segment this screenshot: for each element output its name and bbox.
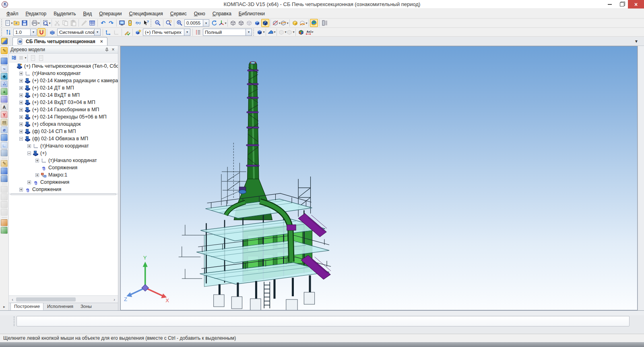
- display-wireframe-button[interactable]: [229, 19, 237, 27]
- rebuild-button[interactable]: ▾: [299, 19, 307, 27]
- tree-item[interactable]: Сопряжения: [9, 179, 118, 186]
- tree-expander-plus-icon[interactable]: [19, 108, 23, 112]
- button-dropdown-icon[interactable]: ▾: [274, 30, 276, 34]
- tree-item[interactable]: (т)Начало координат: [9, 142, 118, 150]
- layers-button[interactable]: [48, 28, 56, 36]
- conditional-designations-icon[interactable]: A: [1, 104, 8, 110]
- tree-horizontal-scrollbar[interactable]: ‹ ›: [9, 295, 118, 303]
- step-combo[interactable]: 1.0▾: [13, 29, 37, 36]
- toolbar-drag-handle[interactable]: [253, 29, 255, 36]
- compact-panel-icon[interactable]: [1, 38, 8, 44]
- menu-спецификация[interactable]: Спецификация: [126, 10, 166, 18]
- layer-combo[interactable]: Системный слой (▾: [57, 29, 101, 36]
- menu-редактор[interactable]: Редактор: [23, 10, 50, 18]
- zoom-by-area-button[interactable]: [165, 19, 173, 27]
- tree-expander-plus-icon[interactable]: [19, 72, 23, 75]
- tree-item-label[interactable]: (т)Начало координат: [48, 158, 97, 163]
- tree-item[interactable]: (+) 02-14 ВхДТ 03+04 в МП: [9, 99, 118, 106]
- edit-component-button[interactable]: [134, 28, 142, 36]
- print-preview-button[interactable]: ▾: [42, 19, 50, 27]
- combo-dropdown-icon[interactable]: ▾: [94, 29, 100, 35]
- detail-level-button[interactable]: [194, 28, 202, 36]
- undo-button[interactable]: ↶: [99, 19, 107, 27]
- cut-button[interactable]: [53, 19, 61, 27]
- menu-вид[interactable]: Вид: [80, 10, 95, 18]
- tree-item[interactable]: (ф) 02-14 СП в МП: [9, 128, 118, 135]
- button-dropdown-icon[interactable]: ▾: [49, 21, 51, 25]
- snap-settings-button[interactable]: [37, 28, 45, 36]
- rotate-view-button[interactable]: [210, 19, 218, 27]
- copy-properties-button[interactable]: [80, 19, 88, 27]
- scale-combo[interactable]: 0.0055▾: [184, 19, 209, 27]
- tree-item-label[interactable]: Макро:1: [48, 172, 67, 178]
- tree-item[interactable]: Макро:1: [9, 171, 118, 179]
- space-curves-icon[interactable]: ~: [1, 65, 8, 72]
- properties-button[interactable]: [88, 19, 96, 27]
- tree-item[interactable]: (т)Начало координат: [9, 70, 118, 77]
- new-document-button[interactable]: ▾: [4, 19, 12, 27]
- solid-modeling-icon[interactable]: [1, 58, 8, 64]
- tree-item[interactable]: (+) сборка площадок: [9, 121, 118, 128]
- button-dropdown-icon[interactable]: ▾: [293, 30, 295, 34]
- menu-окно[interactable]: Окно: [191, 10, 208, 18]
- local-cs-leftbar-icon[interactable]: ∟: [1, 142, 8, 149]
- button-dropdown-icon[interactable]: ▾: [38, 21, 40, 25]
- panel-tab-исполнения[interactable]: Исполнения: [43, 303, 77, 310]
- tree-item-label[interactable]: (+) 02-14 Переходы 05+06 в МП: [32, 114, 107, 120]
- hide-objects-2-button[interactable]: ▾: [286, 28, 294, 36]
- display-hidden-lines-button[interactable]: [237, 19, 245, 27]
- component-color-button[interactable]: [297, 28, 305, 36]
- button-dropdown-icon[interactable]: ▾: [287, 21, 289, 25]
- cs-settings-button[interactable]: [112, 28, 120, 36]
- menu-сервис[interactable]: Сервис: [167, 10, 190, 18]
- edit-component-leftbar-icon[interactable]: ✎: [1, 47, 8, 54]
- tree-relations-button[interactable]: [37, 54, 45, 62]
- menu-справка[interactable]: Справка: [209, 10, 235, 18]
- measurements-3d-icon[interactable]: ⌀: [1, 127, 8, 133]
- 3d-viewport[interactable]: Y X Z: [120, 46, 638, 310]
- scrollbar-track[interactable]: [15, 297, 111, 302]
- combo-dropdown-icon[interactable]: ▾: [184, 29, 190, 35]
- feature-gray-1-icon[interactable]: [1, 186, 8, 193]
- document-tab[interactable]: СБ Печь четырехсекционная ×: [12, 37, 107, 46]
- furnace-3d-model[interactable]: Y X Z: [121, 46, 637, 310]
- scrollbar-thumb[interactable]: [16, 297, 76, 301]
- local-cs-button[interactable]: [104, 28, 112, 36]
- tree-item[interactable]: (+) 02-14 ДТ в МП: [9, 84, 118, 91]
- tree-expander-plus-icon[interactable]: [19, 130, 23, 133]
- scroll-right-icon[interactable]: ›: [111, 297, 117, 302]
- section-display-button[interactable]: ▾: [280, 19, 288, 27]
- tree-expander-plus-icon[interactable]: [27, 144, 31, 148]
- arrays-icon[interactable]: ∴: [1, 81, 8, 87]
- button-dropdown-icon[interactable]: ▾: [306, 21, 308, 25]
- surfaces-icon[interactable]: ◆: [1, 73, 8, 80]
- display-mode-extra-button[interactable]: ▾: [256, 28, 264, 36]
- tree-expander-plus-icon[interactable]: [19, 94, 23, 97]
- reports-icon[interactable]: ▤: [1, 119, 8, 126]
- assembly-operations-icon[interactable]: [1, 227, 8, 234]
- display-shaded-wireframe-button[interactable]: [261, 19, 269, 27]
- save-document-button[interactable]: [21, 19, 29, 27]
- step-settings-button[interactable]: [4, 28, 12, 36]
- model-parameters-button[interactable]: [321, 19, 329, 27]
- tree-item-label[interactable]: (+) 02-14 ДТ в МП: [32, 85, 74, 91]
- tree-display-mode-button[interactable]: ▾: [18, 54, 26, 62]
- display-shaded-button[interactable]: [253, 19, 261, 27]
- property-bar[interactable]: [17, 316, 630, 326]
- feature-gray-4-icon[interactable]: [1, 209, 8, 216]
- feature-body-icon[interactable]: [1, 168, 8, 175]
- filters-3d-icon[interactable]: Y: [1, 111, 8, 118]
- tree-expander-plus-icon[interactable]: [19, 101, 23, 104]
- menu-файл[interactable]: Файл: [3, 10, 22, 18]
- simplified-display-button[interactable]: [291, 19, 299, 27]
- tree-item-label[interactable]: (+) Печь четырехсекционная (Тел-0, Сбор: [24, 63, 118, 69]
- redo-button[interactable]: ↷: [107, 19, 115, 27]
- collision-check-icon[interactable]: [1, 150, 8, 156]
- tree-expander-plus-icon[interactable]: [27, 181, 31, 184]
- tree-expander-minus-icon[interactable]: [27, 152, 31, 155]
- tree-item-label[interactable]: (+): [40, 150, 47, 156]
- tree-item-label[interactable]: (+) 02-14 Камера радиации с камерам: [32, 78, 118, 83]
- detail-combo[interactable]: Полный▾: [203, 29, 252, 36]
- tree-item[interactable]: (+) Печь четырехсекционная (Тел-0, Сбор: [9, 62, 118, 70]
- tree-item[interactable]: (т)Начало координат: [9, 157, 118, 164]
